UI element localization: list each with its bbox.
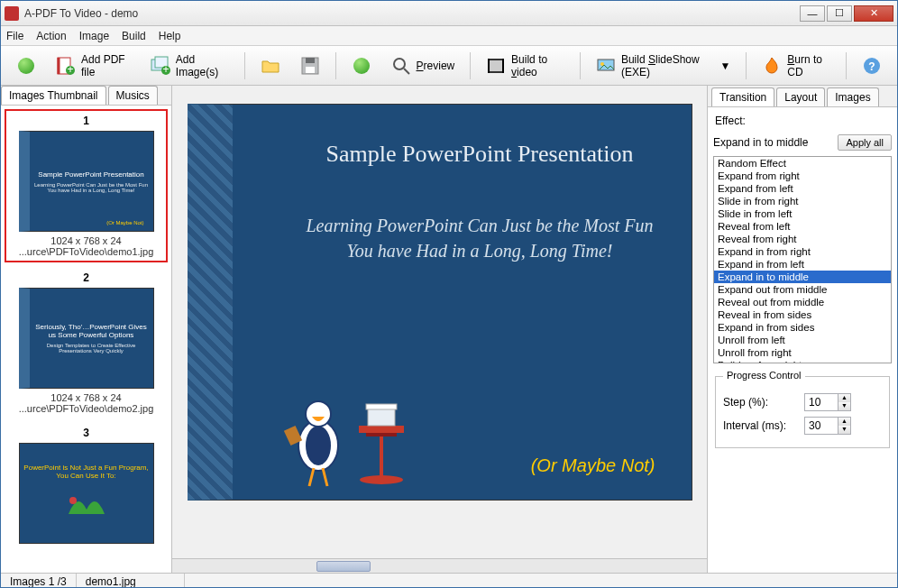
burn-cd-button[interactable]: Burn to CD [754, 51, 838, 80]
help-button[interactable] [344, 51, 380, 80]
open-folder-button[interactable] [252, 51, 289, 80]
menu-help[interactable]: Help [159, 30, 181, 42]
svg-rect-9 [306, 58, 315, 63]
effect-option[interactable]: Expand out from middle [714, 283, 891, 296]
interval-spinner[interactable]: ▲▼ [838, 417, 851, 435]
statusbar: Images 1 /3 demo1.jpg [1, 573, 897, 588]
images-icon: + [151, 56, 170, 76]
thumbnail-path: ...urce\PDFToVideo\demo1.jpg [10, 246, 162, 257]
menu-build[interactable]: Build [122, 30, 146, 42]
close-button[interactable]: ✕ [854, 5, 893, 22]
folder-open-icon [261, 56, 280, 76]
left-tabs: Images Thumbnail Musics [1, 86, 171, 106]
effect-option[interactable]: Expand in from sides [714, 321, 891, 334]
thumbnail-number: 3 [8, 427, 164, 439]
step-input[interactable] [804, 393, 838, 411]
build-video-label: Build to video [511, 53, 564, 78]
burn-cd-label: Burn to CD [787, 53, 830, 78]
effect-option[interactable]: Reveal in from sides [714, 308, 891, 321]
tab-musics[interactable]: Musics [108, 86, 158, 105]
svg-text:+: + [162, 63, 169, 76]
dropdown-arrow-icon: ▼ [719, 60, 730, 72]
right-panel: Transition Layout Images Effect: Expand … [708, 86, 897, 573]
thumbnail-item[interactable]: 3 PowerPoint is Not Just a Fun Program, … [5, 423, 168, 551]
svg-point-20 [69, 497, 77, 504]
menu-action[interactable]: Action [36, 30, 66, 42]
interval-input[interactable] [804, 417, 838, 435]
minimize-button[interactable]: — [800, 5, 825, 22]
effect-option[interactable]: Reveal out from middle [714, 296, 891, 308]
preview-area: Sample PowerPoint Presentation Learning … [172, 86, 707, 558]
tab-images-thumbnail[interactable]: Images Thumbnail [1, 86, 106, 105]
save-button[interactable] [292, 51, 328, 80]
horizontal-scrollbar[interactable] [172, 558, 707, 573]
preview-button[interactable]: Preview [383, 51, 463, 80]
effect-option[interactable]: Expand in to middle [714, 271, 891, 283]
add-images-button[interactable]: + Add Image(s) [142, 51, 237, 80]
slideshow-icon [596, 56, 616, 76]
effect-option[interactable]: Expand from left [714, 182, 891, 195]
status-filename: demo1.jpg [77, 574, 185, 588]
build-slideshow-button[interactable]: Build SlideShow (EXE) ▼ [588, 51, 738, 80]
flame-icon [762, 56, 782, 76]
svg-rect-28 [366, 433, 397, 436]
maximize-button[interactable]: ☐ [827, 5, 852, 22]
svg-point-23 [306, 401, 331, 427]
effect-option[interactable]: Slide in from right [714, 195, 891, 207]
svg-line-24 [309, 468, 314, 486]
effect-option[interactable]: Unroll from right [714, 346, 891, 359]
svg-rect-32 [366, 404, 397, 409]
progress-legend: Progress Control [723, 370, 805, 381]
svg-rect-14 [488, 59, 490, 73]
question-icon: ? [862, 56, 882, 76]
back-button[interactable] [8, 51, 44, 80]
add-pdf-button[interactable]: + Add PDF file [48, 51, 139, 80]
apply-all-button[interactable]: Apply all [838, 134, 892, 151]
effect-listbox[interactable]: Random EffectExpand from rightExpand fro… [713, 156, 892, 363]
effect-option[interactable]: Expand in from right [714, 245, 891, 258]
svg-rect-15 [502, 59, 504, 73]
thumbnail-item[interactable]: 2 Seriously, Tho'…PowerPoint Gives us So… [5, 268, 168, 418]
effect-option[interactable]: Reveal from right [714, 233, 891, 245]
effect-option[interactable]: Unroll from left [714, 334, 891, 346]
effect-option[interactable]: Reveal from left [714, 220, 891, 233]
svg-point-22 [306, 426, 331, 465]
slide-subtitle: Learning PowerPoint Can Just be the Most… [305, 213, 655, 263]
slide-note: (Or Maybe Not) [531, 455, 655, 476]
step-label: Step (%): [723, 396, 804, 409]
thumbnail-dimensions: 1024 x 768 x 24 [8, 392, 164, 403]
svg-point-30 [360, 475, 403, 484]
effect-option[interactable]: Slide in from left [714, 207, 891, 220]
tab-transition[interactable]: Transition [711, 87, 774, 106]
menubar: File Action Image Build Help [1, 26, 897, 46]
thumbnail-number: 2 [8, 271, 164, 284]
right-tabs: Transition Layout Images [708, 86, 897, 107]
thumbnail-list[interactable]: 1 Sample PowerPoint Presentation Learnin… [1, 106, 171, 573]
thumbnail-item[interactable]: 1 Sample PowerPoint Presentation Learnin… [5, 109, 168, 262]
effect-option[interactable]: Build up from right [714, 359, 891, 363]
effect-option[interactable]: Expand from right [714, 170, 891, 182]
tab-layout[interactable]: Layout [776, 87, 825, 106]
slide-title: Sample PowerPoint Presentation [326, 141, 634, 168]
slide-preview: Sample PowerPoint Presentation Learning … [188, 104, 692, 501]
current-effect: Expand in to middle [713, 136, 832, 149]
build-video-button[interactable]: Build to video [478, 51, 573, 80]
step-spinner[interactable]: ▲▼ [838, 393, 851, 411]
svg-text:?: ? [868, 60, 875, 73]
effect-option[interactable]: Random Effect [714, 157, 891, 170]
tab-images[interactable]: Images [827, 87, 878, 106]
about-button[interactable]: ? [854, 51, 890, 80]
app-icon [5, 6, 19, 21]
add-images-label: Add Image(s) [176, 53, 229, 78]
add-pdf-label: Add PDF file [81, 53, 131, 78]
menu-file[interactable]: File [6, 30, 23, 42]
svg-text:+: + [67, 63, 73, 76]
svg-line-25 [323, 468, 327, 486]
thumbnail-preview: Seriously, Tho'…PowerPoint Gives us Some… [19, 288, 154, 389]
toolbar: + Add PDF file + Add Image(s) Preview Bu… [1, 46, 897, 86]
svg-rect-13 [490, 60, 502, 71]
menu-image[interactable]: Image [79, 30, 109, 42]
left-panel: Images Thumbnail Musics 1 Sample PowerPo… [1, 86, 172, 573]
effect-option[interactable]: Expand in from left [714, 258, 891, 271]
slide-clipart [269, 382, 431, 491]
